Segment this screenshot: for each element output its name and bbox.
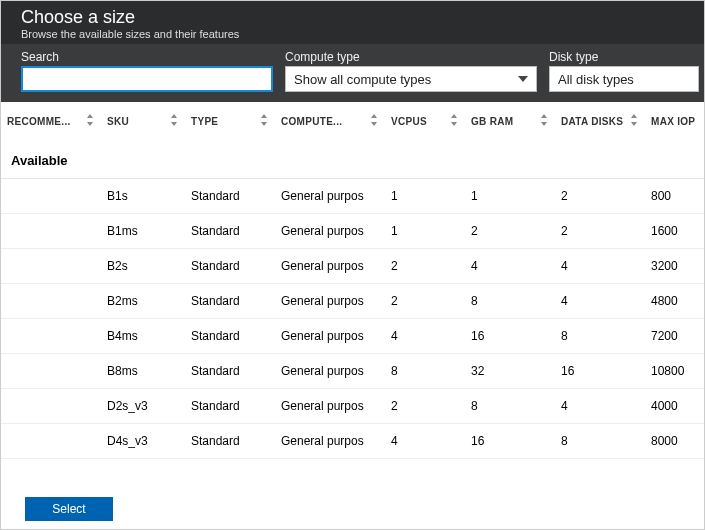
col-disks[interactable]: DATA DISKS	[555, 102, 645, 137]
group-row-available[interactable]: Available	[1, 137, 704, 179]
table-cell: 8000	[645, 424, 704, 459]
table-cell: D2s_v3	[101, 389, 185, 424]
sort-icon	[259, 114, 271, 126]
disk-type-select[interactable]: All disk types	[549, 66, 699, 92]
table-cell: General purpos	[275, 319, 385, 354]
sort-icon	[85, 114, 97, 126]
filter-bar: Search Compute type Show all compute typ…	[1, 44, 704, 102]
search-label: Search	[21, 50, 273, 64]
vm-size-table: RECOMME... SKU TYPE COMPUTE... VCPUS GB …	[1, 102, 704, 459]
table-cell: 4	[385, 319, 465, 354]
table-cell: Standard	[185, 354, 275, 389]
col-type[interactable]: TYPE	[185, 102, 275, 137]
table-cell: Standard	[185, 249, 275, 284]
chevron-down-icon	[518, 76, 528, 82]
sort-icon	[629, 114, 641, 126]
sort-icon	[449, 114, 461, 126]
sort-icon	[369, 114, 381, 126]
table-cell: 4	[385, 424, 465, 459]
table-cell: 4	[555, 284, 645, 319]
table-cell: 4800	[645, 284, 704, 319]
table-cell: 3200	[645, 249, 704, 284]
table-cell: 2	[385, 389, 465, 424]
table-cell: Standard	[185, 284, 275, 319]
table-cell: 16	[465, 424, 555, 459]
table-cell: 4	[555, 389, 645, 424]
table-row[interactable]: B1sStandardGeneral purpos112800	[1, 179, 704, 214]
table-cell	[1, 354, 101, 389]
table-cell: 8	[465, 284, 555, 319]
page-subtitle: Browse the available sizes and their fea…	[21, 28, 684, 40]
search-input[interactable]	[21, 66, 273, 92]
table-cell	[1, 284, 101, 319]
table-cell: 4	[465, 249, 555, 284]
table-cell: 1600	[645, 214, 704, 249]
table-cell: 7200	[645, 319, 704, 354]
table-head: RECOMME... SKU TYPE COMPUTE... VCPUS GB …	[1, 102, 704, 137]
table-cell: 8	[465, 389, 555, 424]
compute-type-value: Show all compute types	[294, 72, 431, 87]
table-cell: General purpos	[275, 179, 385, 214]
table-cell: Standard	[185, 179, 275, 214]
col-compute[interactable]: COMPUTE...	[275, 102, 385, 137]
table-row[interactable]: B2sStandardGeneral purpos2443200	[1, 249, 704, 284]
table-cell: 1	[465, 179, 555, 214]
table-cell	[1, 179, 101, 214]
table-cell: 32	[465, 354, 555, 389]
table-cell: 16	[555, 354, 645, 389]
vm-size-table-container: RECOMME... SKU TYPE COMPUTE... VCPUS GB …	[1, 102, 704, 489]
table-cell: B1s	[101, 179, 185, 214]
table-cell: 8	[385, 354, 465, 389]
table-cell: 2	[385, 284, 465, 319]
compute-type-label: Compute type	[285, 50, 537, 64]
table-cell: 8	[555, 424, 645, 459]
table-cell: General purpos	[275, 249, 385, 284]
table-cell: 2	[555, 179, 645, 214]
table-cell: 2	[555, 214, 645, 249]
table-cell: 4	[555, 249, 645, 284]
group-label: Available	[1, 137, 704, 179]
table-cell: B2ms	[101, 284, 185, 319]
table-cell	[1, 389, 101, 424]
table-cell: Standard	[185, 389, 275, 424]
table-cell: B8ms	[101, 354, 185, 389]
col-iops[interactable]: MAX IOP	[645, 102, 704, 137]
table-cell: D4s_v3	[101, 424, 185, 459]
compute-type-select[interactable]: Show all compute types	[285, 66, 537, 92]
col-vcpus[interactable]: VCPUS	[385, 102, 465, 137]
table-cell: General purpos	[275, 354, 385, 389]
table-cell: B1ms	[101, 214, 185, 249]
table-cell	[1, 214, 101, 249]
table-cell: General purpos	[275, 284, 385, 319]
table-row[interactable]: B8msStandardGeneral purpos8321610800	[1, 354, 704, 389]
table-row[interactable]: D2s_v3StandardGeneral purpos2844000	[1, 389, 704, 424]
table-cell: 10800	[645, 354, 704, 389]
disk-type-value: All disk types	[558, 72, 634, 87]
search-group: Search	[21, 50, 273, 92]
table-cell: General purpos	[275, 424, 385, 459]
disk-type-group: Disk type All disk types	[549, 50, 699, 92]
table-body: B1sStandardGeneral purpos112800B1msStand…	[1, 179, 704, 459]
table-cell: General purpos	[275, 389, 385, 424]
header: Choose a size Browse the available sizes…	[1, 1, 704, 44]
table-row[interactable]: D4s_v3StandardGeneral purpos41688000	[1, 424, 704, 459]
table-cell: 1	[385, 214, 465, 249]
table-cell	[1, 424, 101, 459]
table-cell: 1	[385, 179, 465, 214]
sort-icon	[539, 114, 551, 126]
compute-type-group: Compute type Show all compute types	[285, 50, 537, 92]
col-recommended[interactable]: RECOMME...	[1, 102, 101, 137]
table-cell	[1, 249, 101, 284]
table-cell	[1, 319, 101, 354]
table-row[interactable]: B4msStandardGeneral purpos41687200	[1, 319, 704, 354]
table-cell: 4000	[645, 389, 704, 424]
table-cell: General purpos	[275, 214, 385, 249]
sort-icon	[169, 114, 181, 126]
disk-type-label: Disk type	[549, 50, 699, 64]
col-sku[interactable]: SKU	[101, 102, 185, 137]
table-row[interactable]: B1msStandardGeneral purpos1221600	[1, 214, 704, 249]
col-ram[interactable]: GB RAM	[465, 102, 555, 137]
table-cell: 2	[385, 249, 465, 284]
table-row[interactable]: B2msStandardGeneral purpos2844800	[1, 284, 704, 319]
select-button[interactable]: Select	[25, 497, 113, 521]
